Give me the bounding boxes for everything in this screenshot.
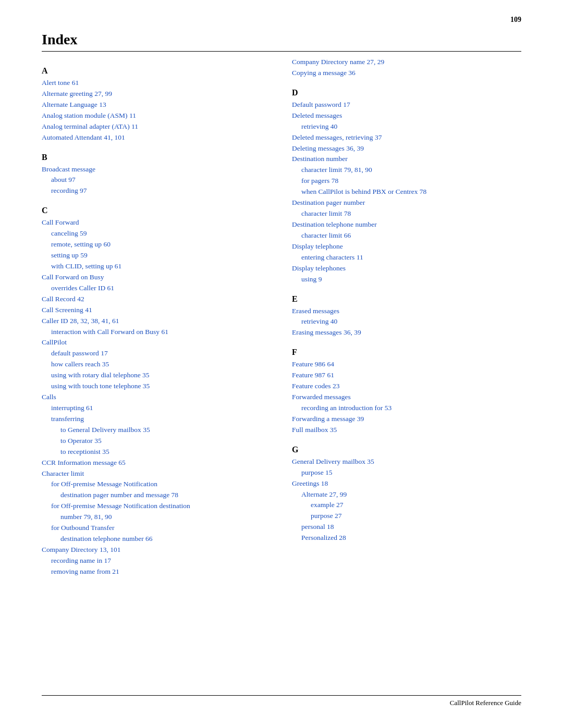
index-entry[interactable]: canceling 59 [42,228,271,239]
index-entry[interactable]: retrieving 40 [292,121,521,132]
index-entry[interactable]: Alternate Language 13 [42,100,271,110]
index-entry[interactable]: Copying a message 36 [292,68,521,79]
index-entry[interactable]: Destination number [292,154,521,165]
index-entry[interactable]: Call Forward on Busy [42,272,271,283]
index-entry[interactable]: overrides Caller ID 61 [42,283,271,294]
section-letter-c: C [42,206,271,215]
section-letter-a: A [42,66,271,76]
index-entry[interactable]: recording 97 [42,186,271,196]
index-entry[interactable]: for Off-premise Message Notification [42,479,271,490]
index-entry[interactable]: interaction with Call Forward on Busy 61 [42,327,271,338]
index-entry[interactable]: setting up 59 [42,250,271,261]
index-entry[interactable]: Destination pager number [292,198,521,208]
index-entry[interactable]: number 79, 81, 90 [42,512,271,523]
left-column: AAlert tone 61Alternate greeting 27, 99A… [42,57,271,577]
index-entry[interactable]: purpose 27 [292,511,521,522]
index-entry[interactable]: Destination telephone number [292,219,521,230]
index-entry[interactable]: how callers reach 35 [42,359,271,370]
index-entry[interactable]: Feature 987 61 [292,370,521,381]
index-entry[interactable]: Call Forward [42,217,271,228]
index-entry[interactable]: purpose 15 [292,467,521,478]
page-title: Index [42,31,521,52]
section-letter-e: E [292,294,521,304]
index-entry[interactable]: Full mailbox 35 [292,425,521,436]
index-entry[interactable]: remote, setting up 60 [42,239,271,250]
index-entry[interactable]: Forwarded messages [292,392,521,403]
index-entry[interactable]: default password 17 [42,348,271,359]
index-entry[interactable]: with CLID, setting up 61 [42,261,271,272]
index-entry[interactable]: Analog station module (ASM) 11 [42,110,271,121]
index-entry[interactable]: Feature codes 23 [292,381,521,392]
index-entry[interactable]: to General Delivery mailbox 35 [42,425,271,436]
page-number: 109 [510,16,521,24]
footer: CallPilot Reference Guide [42,695,521,707]
index-entry[interactable]: Company Directory 13, 101 [42,545,271,556]
index-entry[interactable]: Caller ID 28, 32, 38, 41, 61 [42,316,271,327]
index-entry[interactable]: Forwarding a message 39 [292,414,521,425]
index-entry[interactable]: personal 18 [292,522,521,533]
section-letter-b: B [42,153,271,162]
section-letter-f: F [292,348,521,357]
index-entry[interactable]: destination pager number and message 78 [42,490,271,501]
index-entry[interactable]: character limit 66 [292,230,521,241]
index-entry[interactable]: Broadcast message [42,164,271,175]
index-entry[interactable]: Alternate 27, 99 [292,489,521,500]
index-entry[interactable]: example 27 [292,500,521,511]
index-entry[interactable]: retrieving 40 [292,316,521,327]
index-entry[interactable]: using with rotary dial telephone 35 [42,370,271,381]
index-entry[interactable]: Default password 17 [292,100,521,110]
index-entry[interactable]: Greetings 18 [292,478,521,489]
index-entry[interactable]: Call Screening 41 [42,305,271,316]
index-entry[interactable]: CallPilot [42,337,271,348]
index-entry[interactable]: recording name in 17 [42,556,271,566]
index-entry[interactable]: for Outbound Transfer [42,523,271,534]
index-entry[interactable]: Analog terminal adapter (ATA) 11 [42,121,271,132]
index-entry[interactable]: Deleted messages [292,110,521,121]
index-entry[interactable]: when CallPilot is behind PBX or Centrex … [292,187,521,198]
index-entry[interactable]: destination telephone number 66 [42,534,271,545]
index-entry[interactable]: Alert tone 61 [42,78,271,89]
footer-text: CallPilot Reference Guide [450,699,521,707]
index-entry[interactable]: Automated Attendant 41, 101 [42,132,271,143]
index-columns: AAlert tone 61Alternate greeting 27, 99A… [42,57,521,577]
index-entry[interactable]: character limit 78 [292,208,521,219]
index-entry[interactable]: Deleting messages 36, 39 [292,143,521,154]
index-entry[interactable]: Call Record 42 [42,294,271,305]
index-entry[interactable]: Calls [42,392,271,403]
index-entry[interactable]: recording an introduction for 53 [292,403,521,414]
section-letter-g: G [292,445,521,454]
right-column: Company Directory name 27, 29Copying a m… [292,57,521,577]
index-entry[interactable]: Personalized 28 [292,533,521,544]
index-entry[interactable]: about 97 [42,175,271,186]
index-entry[interactable]: Display telephone [292,241,521,252]
index-entry[interactable]: using with touch tone telephone 35 [42,381,271,392]
index-entry[interactable]: to receptionist 35 [42,447,271,458]
section-letter-d: D [292,88,521,97]
index-entry[interactable]: to Operator 35 [42,436,271,447]
index-entry[interactable]: using 9 [292,274,521,285]
index-entry[interactable]: Deleted messages, retrieving 37 [292,132,521,143]
index-entry[interactable]: character limit 79, 81, 90 [292,165,521,176]
index-entry[interactable]: interrupting 61 [42,403,271,414]
index-entry[interactable]: Display telephones [292,263,521,274]
index-entry[interactable]: transferring [42,414,271,425]
index-entry[interactable]: Feature 986 64 [292,359,521,370]
index-entry[interactable]: Alternate greeting 27, 99 [42,89,271,100]
page-container: 109 Index AAlert tone 61Alternate greeti… [0,0,563,728]
index-entry[interactable]: entering characters 11 [292,252,521,263]
index-entry[interactable]: Erasing messages 36, 39 [292,327,521,338]
index-entry[interactable]: Character limit [42,468,271,479]
index-entry[interactable]: removing name from 21 [42,566,271,577]
index-entry[interactable]: for Off-premise Message Notification des… [42,501,271,512]
index-entry[interactable]: CCR Information message 65 [42,458,271,468]
index-entry[interactable]: for pagers 78 [292,176,521,187]
index-entry[interactable]: Erased messages [292,306,521,317]
index-entry[interactable]: General Delivery mailbox 35 [292,456,521,467]
index-entry[interactable]: Company Directory name 27, 29 [292,57,521,68]
